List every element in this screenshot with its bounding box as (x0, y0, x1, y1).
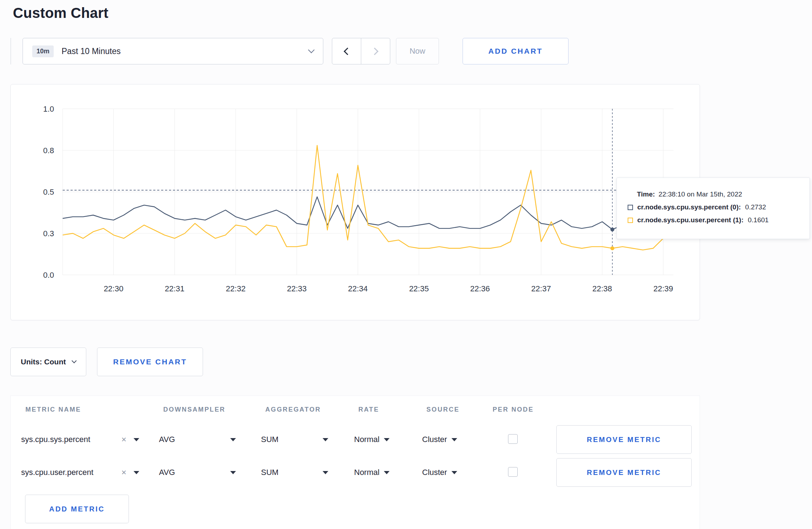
hover-point (610, 228, 614, 232)
source-select[interactable]: Cluster (422, 468, 488, 477)
metric-name-value: sys.cpu.user.percent (21, 468, 93, 477)
caret-down-icon (384, 471, 390, 474)
tooltip-series-value: 0.1601 (748, 214, 769, 227)
col-header-downsampler: DOWNSAMPLER (159, 406, 261, 413)
metrics-table: METRIC NAME DOWNSAMPLER AGGREGATOR RATE … (10, 395, 700, 529)
add-chart-button[interactable]: ADD CHART (463, 38, 569, 64)
caret-down-icon (134, 438, 139, 441)
col-header-metric-name: METRIC NAME (21, 406, 159, 413)
downsampler-value: AVG (159, 468, 175, 477)
rate-value: Normal (354, 435, 380, 444)
caret-down-icon (230, 471, 236, 474)
units-row: Units: Count REMOVE CHART (10, 348, 812, 376)
chart-card: 0.00.30.50.81.022:3022:3122:3222:3322:34… (10, 84, 700, 320)
time-nav-group (332, 38, 390, 64)
y-axis-tick-label: 0.5 (43, 188, 54, 196)
clear-metric-icon[interactable]: × (121, 468, 126, 477)
aggregator-value: SUM (261, 435, 279, 444)
toolbar-divider (10, 38, 11, 64)
col-header-rate: RATE (354, 406, 422, 413)
time-range-dropdown[interactable]: 10m Past 10 Minutes (23, 38, 323, 64)
units-label: Units: Count (21, 358, 66, 366)
x-axis-tick-label: 22:37 (531, 284, 551, 293)
downsampler-value: AVG (159, 435, 175, 444)
x-axis-tick-label: 22:31 (165, 284, 184, 293)
table-row: sys.cpu.sys.percent × AVG SUM (11, 423, 700, 456)
rate-value: Normal (354, 468, 380, 477)
remove-metric-button[interactable]: REMOVE METRIC (556, 458, 692, 487)
toolbar: 10m Past 10 Minutes Now ADD CHART (10, 38, 812, 65)
x-axis-tick-label: 22:39 (653, 284, 673, 293)
metric-name-value: sys.cpu.sys.percent (21, 435, 90, 444)
series-user-swatch-icon (628, 218, 633, 223)
metric-name-select[interactable]: sys.cpu.sys.percent × (21, 435, 139, 444)
caret-down-icon (451, 471, 457, 474)
tooltip-series-row: cr.node.sys.cpu.user.percent (1): 0.1601 (628, 214, 799, 227)
downsampler-select[interactable]: AVG (159, 435, 236, 444)
tooltip-series-name: cr.node.sys.cpu.user.percent (1): (637, 214, 744, 227)
series-sys-swatch-icon (628, 205, 633, 210)
time-range-label: Past 10 Minutes (62, 47, 121, 56)
series-line-1 (63, 145, 673, 250)
col-header-per-node: PER NODE (488, 406, 556, 413)
x-axis-tick-label: 22:36 (470, 284, 490, 293)
downsampler-select[interactable]: AVG (159, 468, 236, 477)
x-axis-tick-label: 22:35 (409, 284, 429, 293)
time-next-button[interactable] (361, 38, 390, 64)
per-node-checkbox[interactable] (508, 467, 518, 477)
tooltip-time-row: Time:22:38:10 on Mar 15th, 2022 (628, 188, 799, 201)
tooltip-time-label: Time: (637, 190, 655, 198)
tooltip-series-value: 0.2732 (745, 201, 766, 214)
y-axis-tick-label: 0.8 (43, 146, 54, 155)
x-axis-tick-label: 22:30 (104, 284, 124, 293)
chevron-right-icon (371, 47, 378, 55)
tooltip-series-name: cr.node.sys.cpu.sys.percent (0): (637, 201, 741, 214)
custom-chart-page: Custom Chart 10m Past 10 Minutes Now ADD… (0, 0, 812, 529)
caret-down-icon (384, 438, 390, 441)
metrics-table-header: METRIC NAME DOWNSAMPLER AGGREGATOR RATE … (11, 396, 700, 423)
page-title: Custom Chart (13, 5, 812, 21)
x-axis-tick-label: 22:32 (226, 284, 246, 293)
per-node-checkbox[interactable] (508, 434, 518, 444)
caret-down-icon (323, 471, 328, 474)
metric-name-select[interactable]: sys.cpu.user.percent × (21, 468, 139, 477)
y-axis-tick-label: 0.3 (43, 229, 54, 238)
caret-down-icon (451, 438, 457, 441)
x-axis-tick-label: 22:38 (592, 284, 612, 293)
x-axis-tick-label: 22:33 (287, 284, 306, 293)
chevron-down-icon (72, 358, 77, 363)
rate-select[interactable]: Normal (354, 435, 422, 444)
source-value: Cluster (422, 435, 447, 444)
clear-metric-icon[interactable]: × (121, 435, 126, 444)
aggregator-select[interactable]: SUM (261, 468, 328, 477)
remove-chart-button[interactable]: REMOVE CHART (97, 348, 203, 376)
x-axis-tick-label: 22:34 (348, 284, 368, 293)
source-value: Cluster (422, 468, 447, 477)
now-button[interactable]: Now (396, 38, 439, 64)
add-metric-button[interactable]: ADD METRIC (25, 495, 129, 523)
caret-down-icon (323, 438, 328, 441)
source-select[interactable]: Cluster (422, 435, 488, 444)
time-prev-button[interactable] (332, 38, 361, 64)
tooltip-series-row: cr.node.sys.cpu.sys.percent (0): 0.2732 (628, 201, 799, 214)
chart-tooltip: Time:22:38:10 on Mar 15th, 2022 cr.node.… (617, 178, 810, 239)
tooltip-time-value: 22:38:10 on Mar 15th, 2022 (658, 190, 742, 198)
aggregator-select[interactable]: SUM (261, 435, 328, 444)
chart-canvas[interactable]: 0.00.30.50.81.022:3022:3122:3222:3322:34… (11, 84, 700, 320)
chevron-down-icon (308, 47, 314, 53)
units-dropdown[interactable]: Units: Count (10, 348, 86, 376)
col-header-source: SOURCE (422, 406, 488, 413)
aggregator-value: SUM (261, 468, 279, 477)
table-row: sys.cpu.user.percent × AVG SUM (11, 456, 700, 489)
time-range-badge: 10m (32, 45, 54, 57)
chevron-left-icon (344, 47, 351, 55)
y-axis-tick-label: 0.0 (43, 271, 54, 280)
caret-down-icon (134, 471, 139, 474)
remove-metric-button[interactable]: REMOVE METRIC (556, 425, 692, 454)
col-header-aggregator: AGGREGATOR (261, 406, 354, 413)
hover-point (610, 246, 614, 250)
y-axis-tick-label: 1.0 (43, 105, 54, 113)
rate-select[interactable]: Normal (354, 468, 422, 477)
caret-down-icon (230, 438, 236, 441)
